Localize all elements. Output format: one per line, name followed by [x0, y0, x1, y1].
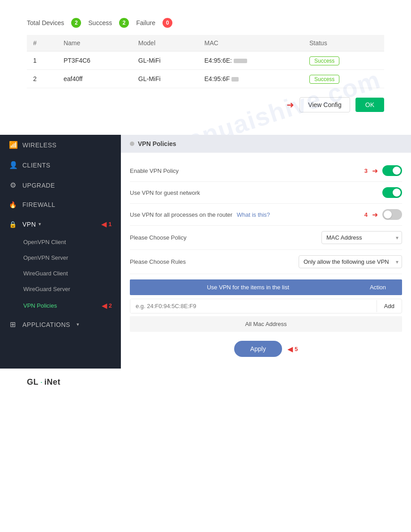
row2-model: GL-MiFi	[132, 70, 198, 88]
arrow3-icon: ➜	[372, 167, 378, 175]
col-status: Status	[303, 35, 384, 51]
sidebar-item-clients[interactable]: 👤 CLIENTS	[0, 155, 121, 175]
sidebar-item-firewall[interactable]: 🔥 FIREWALL	[0, 195, 121, 214]
choose-policy-label: Please Choose Policy	[130, 234, 321, 241]
all-mac-address-text: All Mac Address	[245, 321, 287, 327]
summary-bar: Total Devices 2 Success 2 Failure 0	[27, 18, 384, 28]
annotation-4-badge: 4	[364, 211, 368, 218]
section-dot	[130, 142, 134, 146]
all-processes-controls: 4 ➜	[364, 209, 402, 220]
logo-inet: iNet	[44, 378, 60, 387]
sidebar-subitem-wireguard-server[interactable]: WireGuard Server	[0, 281, 121, 297]
view-config-button[interactable]: View Config	[300, 97, 350, 112]
mac-input-row: Add	[130, 299, 402, 313]
all-processes-toggle-knob	[384, 210, 392, 219]
wireguard-server-label: WireGuard Server	[23, 286, 70, 292]
apply-annotation: ◀ 5	[287, 345, 298, 353]
choose-rules-select[interactable]: Only allow the following use VPN	[299, 255, 402, 268]
sidebar-subitem-vpn-policies[interactable]: VPN Policies ◀ 2	[0, 297, 121, 314]
enable-vpn-toggle[interactable]	[382, 165, 402, 176]
status-badge: Success	[309, 75, 339, 84]
enable-vpn-label: Enable VPN Policy	[130, 167, 364, 174]
choose-rules-row: Please Choose Rules Only allow the follo…	[130, 250, 402, 274]
apply-button[interactable]: Apply	[234, 341, 282, 357]
sidebar-label-applications: APPLICATIONS	[22, 321, 70, 328]
arrow-icon: ➜	[287, 99, 294, 110]
logo-dot: ·	[40, 378, 43, 387]
apply-row: Apply ◀ 5	[130, 332, 402, 361]
failure-label: Failure	[136, 19, 155, 26]
all-processes-text: Use VPN for all processes on the router	[130, 211, 232, 218]
use-vpn-column-header: Use VPN for the items in the list	[136, 284, 360, 291]
guest-network-toggle[interactable]	[382, 187, 402, 198]
applications-icon: ⊞	[9, 320, 17, 329]
mac-blur	[231, 77, 239, 82]
enable-vpn-policy-row: Enable VPN Policy 3 ➜	[130, 160, 402, 182]
row2-mac: E4:95:6F	[198, 70, 303, 88]
sidebar-label-wireless: WIRELESS	[22, 142, 56, 149]
logo-gl: GL	[27, 378, 39, 387]
sidebar-item-applications[interactable]: ⊞ APPLICATIONS ▾	[0, 314, 121, 335]
row2-num: 2	[27, 70, 57, 88]
openvpn-client-label: OpenVPN Client	[23, 239, 66, 245]
arrow2-icon: ◀	[102, 301, 107, 310]
upgrade-icon: ⚙	[9, 181, 17, 189]
guest-toggle-track-on[interactable]	[382, 187, 402, 198]
status-badge: Success	[309, 56, 339, 65]
sidebar-subitem-wireguard-client[interactable]: WireGuard Client	[0, 266, 121, 281]
total-devices-badge: 2	[71, 18, 81, 28]
bottom-section: 📶 WIRELESS 👤 CLIENTS ⚙ UPGRADE 🔥 FIREWAL…	[0, 135, 411, 369]
sidebar-subitem-openvpn-client[interactable]: OpenVPN Client	[0, 234, 121, 250]
toggle-knob	[393, 167, 401, 175]
sidebar-label-upgrade: UPGRADE	[22, 182, 55, 189]
row2-status: Success	[303, 70, 384, 88]
use-vpn-table-header: Use VPN for the items in the list Action	[130, 279, 402, 295]
sidebar-item-vpn[interactable]: 🔒 VPN ▾ ◀ 1	[0, 214, 121, 234]
policy-body: Enable VPN Policy 3 ➜ Use VPN for guest …	[121, 153, 411, 369]
what-is-this[interactable]: What is this?	[237, 211, 270, 218]
all-processes-toggle[interactable]	[382, 209, 402, 220]
annotation-3-badge: 3	[364, 167, 368, 174]
arrow5-icon: ◀	[287, 345, 293, 353]
row1-name: PT3F4C6	[57, 51, 132, 70]
sidebar-subitem-openvpn-server[interactable]: OpenVPN Server	[0, 250, 121, 266]
col-model: Model	[132, 35, 198, 51]
mac-address-input[interactable]	[130, 299, 377, 313]
choose-policy-row: Please Choose Policy MAC Address	[130, 226, 402, 250]
main-content: VPN Policies Enable VPN Policy 3 ➜	[121, 135, 411, 369]
col-num: #	[27, 35, 57, 51]
sidebar-item-upgrade[interactable]: ⚙ UPGRADE	[0, 175, 121, 195]
logo-area: GL · iNet	[0, 369, 411, 396]
annotation-5: 5	[295, 346, 298, 352]
add-button[interactable]: Add	[377, 300, 402, 312]
success-label: Success	[88, 19, 112, 26]
sidebar-item-wireless[interactable]: 📶 WIRELESS	[0, 135, 121, 155]
row1-num: 1	[27, 51, 57, 70]
row1-model: GL-MiFi	[132, 51, 198, 70]
wireguard-client-label: WireGuard Client	[23, 270, 68, 277]
vpn-dropdown-arrow: ▾	[39, 221, 42, 227]
guest-toggle-knob	[393, 189, 401, 197]
all-processes-toggle-track[interactable]	[382, 209, 402, 220]
toggle-track-on[interactable]	[382, 165, 402, 176]
apps-dropdown-arrow: ▾	[77, 322, 80, 327]
table-row: 2 eaf40ff GL-MiFi E4:95:6F Success	[27, 70, 384, 88]
ok-button[interactable]: OK	[355, 98, 384, 112]
all-processes-row: Use VPN for all processes on the router …	[130, 204, 402, 226]
failure-badge: 0	[163, 18, 172, 28]
openvpn-server-label: OpenVPN Server	[23, 254, 68, 261]
arrow4-icon: ➜	[372, 210, 378, 219]
annotation-1: 1	[108, 221, 112, 227]
action-column-header: Action	[360, 284, 396, 291]
row2-name: eaf40ff	[57, 70, 132, 88]
section-header: VPN Policies	[121, 135, 411, 153]
choose-policy-select-wrapper: MAC Address	[321, 231, 402, 244]
all-processes-label: Use VPN for all processes on the router …	[130, 211, 364, 218]
guest-network-controls	[382, 187, 402, 198]
table-row: 1 PT3F4C6 GL-MiFi E4:95:6E: Success	[27, 51, 384, 70]
choose-policy-select[interactable]: MAC Address	[321, 231, 402, 244]
vpn-submenu: OpenVPN Client OpenVPN Server WireGuard …	[0, 234, 121, 314]
vpn-policies-label: VPN Policies	[23, 302, 57, 309]
vpn-icon: 🔒	[9, 221, 17, 228]
sidebar: 📶 WIRELESS 👤 CLIENTS ⚙ UPGRADE 🔥 FIREWAL…	[0, 135, 121, 369]
